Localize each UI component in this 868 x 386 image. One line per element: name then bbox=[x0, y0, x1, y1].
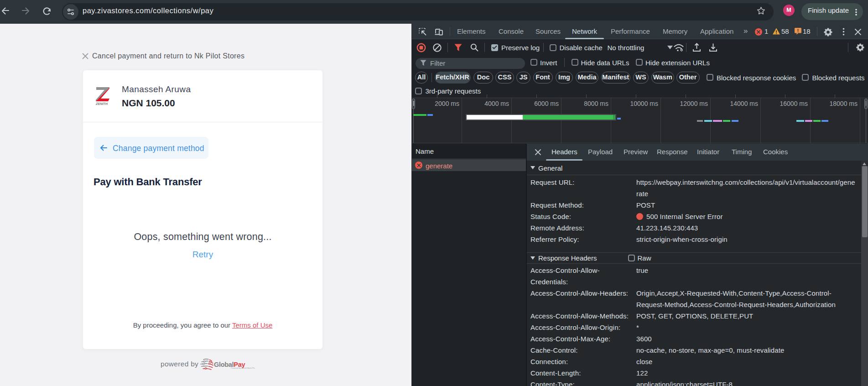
svg-text:ZENITH: ZENITH bbox=[95, 102, 108, 105]
